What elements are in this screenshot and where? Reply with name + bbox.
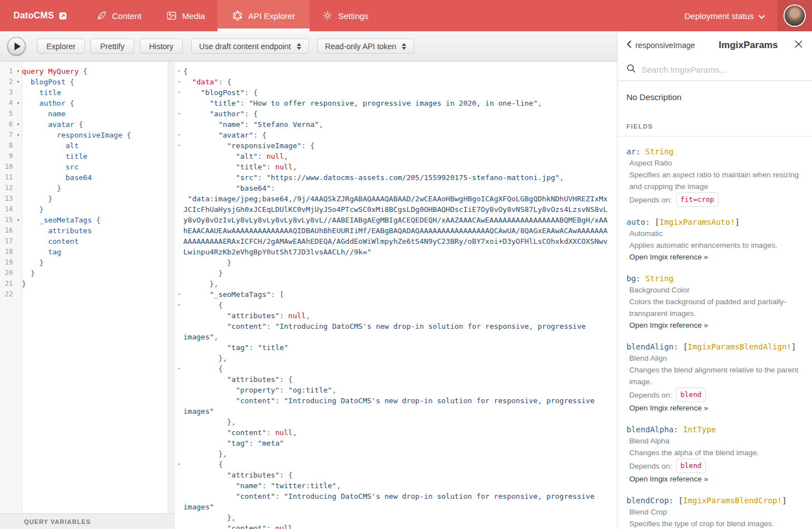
field-name-link[interactable]: blendAlign [626,342,673,351]
imgix-reference-link[interactable]: Open Imgix reference » [629,319,803,332]
nav-item-api-explorer[interactable]: API Explorer [217,0,310,31]
api-token-select[interactable]: Read-only API token [317,39,415,54]
select-value: Use draft content endpoint [199,42,291,51]
field-type-link[interactable]: ImgixParamsBlendAlign! [688,342,791,351]
field-type-link[interactable]: String [645,147,674,156]
fold-toggle-icon[interactable]: ▾ [15,119,22,130]
fields-section-label: FIELDS [618,123,812,136]
field-colon: : [669,496,678,505]
field-type-link[interactable]: ImgixParamsAuto! [659,218,735,226]
result-line: } [175,257,617,268]
execute-query-button[interactable] [7,37,26,55]
nav-item-content[interactable]: Content [84,0,154,31]
field-type-link[interactable]: IntType [683,425,716,434]
doc-type-title: ImgixParams [710,40,786,51]
query-variables-bar[interactable]: QUERY VARIABLES [0,513,175,529]
fold-toggle-icon[interactable]: ▾ [175,130,183,140]
field-description: Specifies an aspect ratio to maintain wh… [629,169,803,192]
editor-line: 9 title [0,151,175,162]
field-colon: : [673,425,683,434]
deployment-status-menu[interactable]: Deployment status [672,0,777,31]
field-colon: : [636,274,645,283]
result-line: "title": "How to offer responsive, progr… [175,98,617,108]
field-name-link[interactable]: blendAlpha [626,425,673,434]
bracket: ] [735,218,739,226]
fold-toggle-icon[interactable]: ▾ [175,87,183,98]
user-menu[interactable] [777,0,812,31]
nav-item-settings[interactable]: Settings [310,0,381,31]
depends-on-pill: fit=crop [676,192,719,207]
imgix-reference-link[interactable]: Open Imgix reference » [629,473,803,485]
result-line: ▾ { [175,300,617,310]
field-type-link[interactable]: String [645,274,674,283]
deployment-status-label: Deployment status [685,11,754,21]
fold-toggle-icon[interactable]: ▾ [175,289,183,300]
field-type-link[interactable]: ImgixParamsBlendCrop! [683,496,782,505]
editor-line: 18 tag [0,247,175,257]
doc-back-link[interactable]: responsiveImage [626,40,710,50]
editor-line: 5 name [0,108,175,119]
field-entry-blendAlpha: blendAlpha: IntTypeBlend AlphaChanges th… [626,424,803,485]
graphiql-workspace: ExplorerPrettifyHistory Use draft conten… [0,31,617,529]
field-entry-auto: auto: [ImgixParamsAuto!]AutomaticApplies… [626,216,803,263]
history-button[interactable]: History [140,39,183,54]
explorer-button[interactable]: Explorer [37,39,85,54]
main-nav: ContentMediaAPI ExplorerSettings [84,0,381,31]
result-line: "tag": "title" [175,342,617,353]
field-colon: : [645,218,655,226]
fold-toggle-icon[interactable]: ▾ [15,130,22,140]
field-name-link[interactable]: bg [626,274,636,283]
fold-toggle-icon[interactable]: ▾ [15,215,22,225]
fold-toggle-icon[interactable]: ▾ [15,66,22,77]
result-line: "content": null, [175,427,617,438]
field-signature: ar: String [626,146,803,157]
nav-item-media[interactable]: Media [154,0,217,31]
doc-search-row [618,59,812,81]
doc-close-button[interactable] [786,40,803,51]
close-icon [794,40,803,51]
field-name-link[interactable]: blendCrop [626,496,669,505]
field-name-link[interactable]: ar [626,147,636,156]
fold-toggle-icon[interactable]: ▾ [175,140,183,151]
fold-toggle-icon[interactable]: ▾ [175,300,183,310]
depends-on-pill: blend [676,459,706,473]
result-viewer[interactable]: ▾{▾ "data": {▾ "blogPost": { "title": "H… [175,62,617,529]
imgix-reference-link[interactable]: Open Imgix reference » [629,402,803,414]
prettify-button[interactable]: Prettify [91,39,134,54]
graphql-icon [232,10,243,21]
endpoint-select[interactable]: Use draft content endpoint [191,39,308,54]
feather-icon [96,10,107,21]
fold-toggle-icon[interactable]: ▾ [175,363,183,374]
result-line: "attributes": null, [175,310,617,321]
fold-toggle-icon[interactable]: ▾ [15,98,22,108]
result-line: "content": "Introducing DatoCMS's new dr… [175,395,617,417]
nav-item-label: API Explorer [248,11,295,21]
fold-toggle-icon[interactable]: ▾ [15,77,22,87]
result-line: "title": null, [175,162,617,172]
field-name-link[interactable]: auto [626,218,645,226]
field-description: Changes the blend alignment relative to … [629,364,803,388]
doc-search-input[interactable] [642,65,803,74]
editor-line: 16 attributes [0,225,175,236]
editor-line: 7▾ responsiveImage { [0,130,175,140]
result-line: ▾ "avatar": { [175,130,617,140]
fold-toggle-icon[interactable]: ▾ [175,108,183,119]
editor-vertical-scrollbar[interactable] [168,62,175,513]
result-line: ▾{ [175,66,617,77]
play-icon [15,42,21,50]
editor-line: 17 content [0,236,175,247]
field-title: Automatic [629,228,803,239]
result-line: ▾ "_seoMetaTags": [ [175,289,617,300]
doc-explorer-body[interactable]: No Description FIELDS ar: StringAspect R… [618,81,812,529]
doc-back-label: responsiveImage [635,41,695,50]
bracket: ] [782,496,786,505]
fold-toggle-icon[interactable]: ▾ [175,459,183,470]
fold-toggle-icon[interactable]: ▾ [175,77,183,87]
editor-line: 21} [0,278,175,289]
imgix-reference-link[interactable]: Open Imgix reference » [629,251,803,263]
fold-toggle-icon[interactable]: ▾ [175,66,183,77]
result-line: ▾ "author": { [175,108,617,119]
query-editor[interactable]: 1▾query MyQuery {2▾ blogPost {3 title4▾ … [0,62,175,513]
result-line: ▾ "responsiveImage": { [175,140,617,151]
brand-logo[interactable]: DatoCMS [0,0,84,31]
